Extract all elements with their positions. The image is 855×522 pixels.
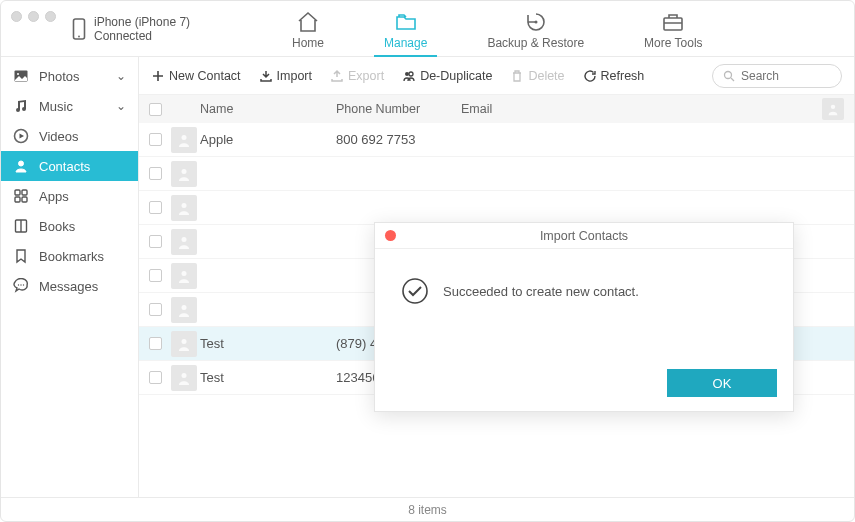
column-name[interactable]: Name	[196, 102, 336, 116]
sidebar-label: Videos	[39, 129, 79, 144]
avatar-icon	[171, 263, 197, 289]
search-box[interactable]	[712, 64, 842, 88]
svg-point-21	[182, 169, 187, 174]
sidebar-item-photos[interactable]: Photos ⌄	[1, 61, 138, 91]
toolbar-label: Refresh	[601, 69, 645, 83]
contacts-icon	[13, 158, 29, 174]
row-checkbox[interactable]	[149, 133, 162, 146]
content-area: New Contact Import Export De-Duplicate D…	[139, 57, 854, 497]
avatar-icon	[171, 331, 197, 357]
sidebar-label: Photos	[39, 69, 79, 84]
svg-point-13	[18, 284, 19, 285]
contact-preview-avatar	[822, 98, 844, 120]
select-all-checkbox[interactable]	[149, 103, 162, 116]
nav-backup[interactable]: Backup & Restore	[477, 1, 594, 56]
sidebar-item-contacts[interactable]: Contacts	[1, 151, 138, 181]
check-circle-icon	[401, 277, 429, 305]
svg-point-26	[182, 339, 187, 344]
sidebar-item-apps[interactable]: Apps	[1, 181, 138, 211]
books-icon	[13, 218, 29, 234]
toolbar-label: Delete	[528, 69, 564, 83]
cell-phone: 800 692 7753	[336, 132, 461, 147]
refresh-button[interactable]: Refresh	[583, 69, 645, 83]
new-contact-button[interactable]: New Contact	[151, 69, 241, 83]
svg-point-25	[182, 305, 187, 310]
svg-point-1	[78, 35, 80, 37]
row-checkbox[interactable]	[149, 167, 162, 180]
nav-backup-label: Backup & Restore	[487, 36, 584, 56]
svg-point-2	[534, 21, 537, 24]
svg-point-14	[20, 284, 21, 285]
search-icon	[723, 70, 735, 82]
export-icon	[330, 69, 344, 83]
row-checkbox[interactable]	[149, 201, 162, 214]
avatar-icon	[171, 297, 197, 323]
column-email[interactable]: Email	[461, 102, 822, 116]
search-input[interactable]	[741, 69, 821, 83]
sidebar-label: Bookmarks	[39, 249, 104, 264]
window-controls[interactable]	[11, 11, 56, 22]
svg-point-7	[19, 161, 24, 166]
nav-tools[interactable]: More Tools	[634, 1, 712, 56]
nav-manage-label: Manage	[384, 36, 427, 56]
sidebar-item-messages[interactable]: Messages	[1, 271, 138, 301]
row-checkbox[interactable]	[149, 371, 162, 384]
import-button[interactable]: Import	[259, 69, 312, 83]
toolbox-icon	[661, 10, 685, 34]
avatar-icon	[171, 195, 197, 221]
close-dot[interactable]	[11, 11, 22, 22]
home-icon	[296, 10, 320, 34]
dialog-ok-button[interactable]: OK	[667, 369, 777, 397]
column-phone[interactable]: Phone Number	[336, 102, 461, 116]
music-icon	[13, 98, 29, 114]
sidebar-label: Messages	[39, 279, 98, 294]
svg-point-28	[403, 279, 427, 303]
svg-rect-9	[22, 190, 27, 195]
sidebar-item-music[interactable]: Music ⌄	[1, 91, 138, 121]
nav-home[interactable]: Home	[282, 1, 334, 56]
plus-icon	[151, 69, 165, 83]
table-row[interactable]	[139, 191, 854, 225]
toolbar: New Contact Import Export De-Duplicate D…	[139, 57, 854, 95]
videos-icon	[13, 128, 29, 144]
svg-point-5	[17, 73, 19, 75]
row-checkbox[interactable]	[149, 337, 162, 350]
dialog-title-bar: Import Contacts	[375, 223, 793, 249]
nav-manage[interactable]: Manage	[374, 1, 437, 56]
chevron-down-icon: ⌄	[116, 99, 126, 113]
svg-point-19	[831, 105, 835, 109]
sidebar-item-books[interactable]: Books	[1, 211, 138, 241]
avatar-icon	[171, 161, 197, 187]
bookmarks-icon	[13, 248, 29, 264]
status-bar: 8 items	[1, 497, 854, 521]
titlebar: iPhone (iPhone 7) Connected Home Manage …	[1, 1, 854, 57]
svg-rect-3	[664, 18, 682, 30]
svg-point-15	[23, 284, 24, 285]
cell-name: Test	[196, 370, 336, 385]
sidebar-item-bookmarks[interactable]: Bookmarks	[1, 241, 138, 271]
svg-point-22	[182, 203, 187, 208]
toolbar-label: New Contact	[169, 69, 241, 83]
minimize-dot[interactable]	[28, 11, 39, 22]
device-name: iPhone (iPhone 7)	[94, 15, 190, 29]
dialog-close-button[interactable]	[385, 230, 396, 241]
sidebar-item-videos[interactable]: Videos	[1, 121, 138, 151]
zoom-dot[interactable]	[45, 11, 56, 22]
sidebar-label: Books	[39, 219, 75, 234]
row-checkbox[interactable]	[149, 235, 162, 248]
table-row[interactable]: Apple800 692 7753	[139, 123, 854, 157]
chevron-down-icon: ⌄	[116, 69, 126, 83]
toolbar-label: Export	[348, 69, 384, 83]
row-checkbox[interactable]	[149, 303, 162, 316]
refresh-icon	[583, 69, 597, 83]
table-header: Name Phone Number Email	[139, 95, 854, 123]
sidebar: Photos ⌄ Music ⌄ Videos Contacts Apps Bo…	[1, 57, 139, 497]
row-checkbox[interactable]	[149, 269, 162, 282]
cell-name: Apple	[196, 132, 336, 147]
deduplicate-button[interactable]: De-Duplicate	[402, 69, 492, 83]
table-row[interactable]	[139, 157, 854, 191]
dialog-message: Succeeded to create new contact.	[443, 284, 639, 299]
svg-rect-10	[15, 197, 20, 202]
import-icon	[259, 69, 273, 83]
phone-icon	[72, 18, 86, 40]
